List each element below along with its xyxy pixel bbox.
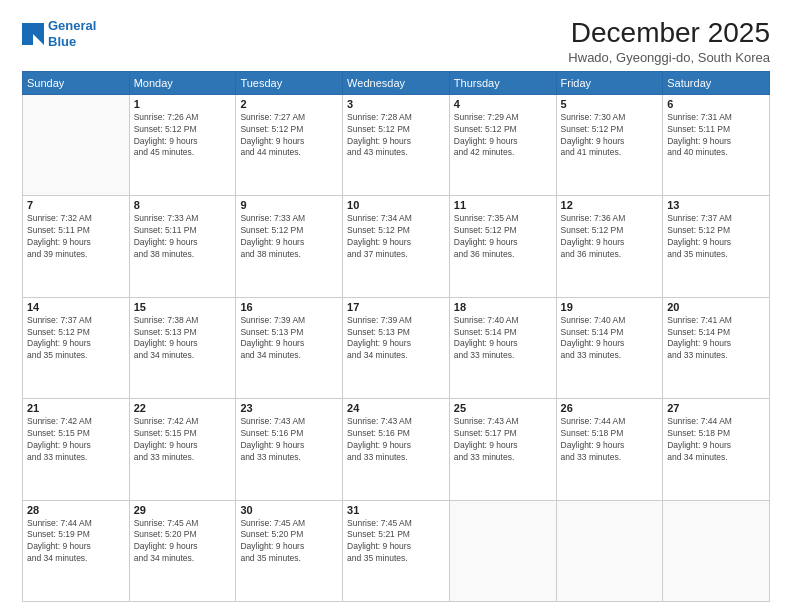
col-tuesday: Tuesday (236, 71, 343, 94)
calendar-cell: 18Sunrise: 7:40 AM Sunset: 5:14 PM Dayli… (449, 297, 556, 398)
day-number: 6 (667, 98, 765, 110)
day-number: 8 (134, 199, 232, 211)
calendar: Sunday Monday Tuesday Wednesday Thursday… (22, 71, 770, 602)
col-thursday: Thursday (449, 71, 556, 94)
logo-general: General (48, 18, 96, 33)
day-number: 18 (454, 301, 552, 313)
day-number: 9 (240, 199, 338, 211)
calendar-cell: 26Sunrise: 7:44 AM Sunset: 5:18 PM Dayli… (556, 399, 663, 500)
day-number: 17 (347, 301, 445, 313)
logo-blue: Blue (48, 34, 76, 49)
day-info: Sunrise: 7:45 AM Sunset: 5:20 PM Dayligh… (134, 518, 232, 566)
day-info: Sunrise: 7:41 AM Sunset: 5:14 PM Dayligh… (667, 315, 765, 363)
calendar-cell: 16Sunrise: 7:39 AM Sunset: 5:13 PM Dayli… (236, 297, 343, 398)
day-info: Sunrise: 7:39 AM Sunset: 5:13 PM Dayligh… (240, 315, 338, 363)
day-number: 12 (561, 199, 659, 211)
day-number: 26 (561, 402, 659, 414)
calendar-week-4: 28Sunrise: 7:44 AM Sunset: 5:19 PM Dayli… (23, 500, 770, 601)
day-number: 25 (454, 402, 552, 414)
day-info: Sunrise: 7:27 AM Sunset: 5:12 PM Dayligh… (240, 112, 338, 160)
day-info: Sunrise: 7:43 AM Sunset: 5:17 PM Dayligh… (454, 416, 552, 464)
page: General Blue December 2025 Hwado, Gyeong… (0, 0, 792, 612)
calendar-cell: 1Sunrise: 7:26 AM Sunset: 5:12 PM Daylig… (129, 94, 236, 195)
calendar-cell: 28Sunrise: 7:44 AM Sunset: 5:19 PM Dayli… (23, 500, 130, 601)
day-info: Sunrise: 7:33 AM Sunset: 5:11 PM Dayligh… (134, 213, 232, 261)
day-info: Sunrise: 7:34 AM Sunset: 5:12 PM Dayligh… (347, 213, 445, 261)
day-info: Sunrise: 7:29 AM Sunset: 5:12 PM Dayligh… (454, 112, 552, 160)
day-number: 31 (347, 504, 445, 516)
calendar-cell: 3Sunrise: 7:28 AM Sunset: 5:12 PM Daylig… (343, 94, 450, 195)
subtitle: Hwado, Gyeonggi-do, South Korea (568, 50, 770, 65)
calendar-cell: 25Sunrise: 7:43 AM Sunset: 5:17 PM Dayli… (449, 399, 556, 500)
col-sunday: Sunday (23, 71, 130, 94)
calendar-cell (449, 500, 556, 601)
day-number: 11 (454, 199, 552, 211)
day-info: Sunrise: 7:45 AM Sunset: 5:20 PM Dayligh… (240, 518, 338, 566)
col-friday: Friday (556, 71, 663, 94)
calendar-cell: 23Sunrise: 7:43 AM Sunset: 5:16 PM Dayli… (236, 399, 343, 500)
day-number: 13 (667, 199, 765, 211)
logo-text: General Blue (48, 18, 96, 49)
col-saturday: Saturday (663, 71, 770, 94)
day-number: 7 (27, 199, 125, 211)
calendar-week-3: 21Sunrise: 7:42 AM Sunset: 5:15 PM Dayli… (23, 399, 770, 500)
calendar-week-0: 1Sunrise: 7:26 AM Sunset: 5:12 PM Daylig… (23, 94, 770, 195)
day-info: Sunrise: 7:35 AM Sunset: 5:12 PM Dayligh… (454, 213, 552, 261)
day-number: 14 (27, 301, 125, 313)
calendar-week-1: 7Sunrise: 7:32 AM Sunset: 5:11 PM Daylig… (23, 196, 770, 297)
day-info: Sunrise: 7:42 AM Sunset: 5:15 PM Dayligh… (134, 416, 232, 464)
day-info: Sunrise: 7:40 AM Sunset: 5:14 PM Dayligh… (454, 315, 552, 363)
title-block: December 2025 Hwado, Gyeonggi-do, South … (568, 18, 770, 65)
calendar-cell: 12Sunrise: 7:36 AM Sunset: 5:12 PM Dayli… (556, 196, 663, 297)
logo: General Blue (22, 18, 96, 49)
calendar-cell: 29Sunrise: 7:45 AM Sunset: 5:20 PM Dayli… (129, 500, 236, 601)
day-number: 10 (347, 199, 445, 211)
calendar-cell: 11Sunrise: 7:35 AM Sunset: 5:12 PM Dayli… (449, 196, 556, 297)
day-info: Sunrise: 7:33 AM Sunset: 5:12 PM Dayligh… (240, 213, 338, 261)
calendar-cell: 2Sunrise: 7:27 AM Sunset: 5:12 PM Daylig… (236, 94, 343, 195)
calendar-week-2: 14Sunrise: 7:37 AM Sunset: 5:12 PM Dayli… (23, 297, 770, 398)
day-number: 29 (134, 504, 232, 516)
calendar-cell: 17Sunrise: 7:39 AM Sunset: 5:13 PM Dayli… (343, 297, 450, 398)
header: General Blue December 2025 Hwado, Gyeong… (22, 18, 770, 65)
day-info: Sunrise: 7:32 AM Sunset: 5:11 PM Dayligh… (27, 213, 125, 261)
calendar-cell: 4Sunrise: 7:29 AM Sunset: 5:12 PM Daylig… (449, 94, 556, 195)
day-number: 1 (134, 98, 232, 110)
calendar-cell: 31Sunrise: 7:45 AM Sunset: 5:21 PM Dayli… (343, 500, 450, 601)
calendar-cell: 22Sunrise: 7:42 AM Sunset: 5:15 PM Dayli… (129, 399, 236, 500)
day-info: Sunrise: 7:30 AM Sunset: 5:12 PM Dayligh… (561, 112, 659, 160)
calendar-cell: 5Sunrise: 7:30 AM Sunset: 5:12 PM Daylig… (556, 94, 663, 195)
day-info: Sunrise: 7:42 AM Sunset: 5:15 PM Dayligh… (27, 416, 125, 464)
col-monday: Monday (129, 71, 236, 94)
day-info: Sunrise: 7:43 AM Sunset: 5:16 PM Dayligh… (240, 416, 338, 464)
day-info: Sunrise: 7:37 AM Sunset: 5:12 PM Dayligh… (667, 213, 765, 261)
calendar-cell: 7Sunrise: 7:32 AM Sunset: 5:11 PM Daylig… (23, 196, 130, 297)
day-number: 5 (561, 98, 659, 110)
day-info: Sunrise: 7:39 AM Sunset: 5:13 PM Dayligh… (347, 315, 445, 363)
day-info: Sunrise: 7:37 AM Sunset: 5:12 PM Dayligh… (27, 315, 125, 363)
day-number: 19 (561, 301, 659, 313)
day-number: 2 (240, 98, 338, 110)
calendar-cell: 21Sunrise: 7:42 AM Sunset: 5:15 PM Dayli… (23, 399, 130, 500)
calendar-cell: 27Sunrise: 7:44 AM Sunset: 5:18 PM Dayli… (663, 399, 770, 500)
day-info: Sunrise: 7:28 AM Sunset: 5:12 PM Dayligh… (347, 112, 445, 160)
day-number: 24 (347, 402, 445, 414)
svg-rect-1 (33, 23, 44, 34)
day-number: 3 (347, 98, 445, 110)
calendar-cell: 9Sunrise: 7:33 AM Sunset: 5:12 PM Daylig… (236, 196, 343, 297)
day-number: 15 (134, 301, 232, 313)
svg-rect-2 (22, 34, 33, 45)
day-info: Sunrise: 7:40 AM Sunset: 5:14 PM Dayligh… (561, 315, 659, 363)
svg-rect-0 (22, 23, 33, 34)
calendar-cell (23, 94, 130, 195)
calendar-cell: 14Sunrise: 7:37 AM Sunset: 5:12 PM Dayli… (23, 297, 130, 398)
day-info: Sunrise: 7:44 AM Sunset: 5:18 PM Dayligh… (561, 416, 659, 464)
day-number: 30 (240, 504, 338, 516)
day-number: 16 (240, 301, 338, 313)
calendar-cell: 30Sunrise: 7:45 AM Sunset: 5:20 PM Dayli… (236, 500, 343, 601)
calendar-cell: 24Sunrise: 7:43 AM Sunset: 5:16 PM Dayli… (343, 399, 450, 500)
calendar-cell: 13Sunrise: 7:37 AM Sunset: 5:12 PM Dayli… (663, 196, 770, 297)
day-info: Sunrise: 7:36 AM Sunset: 5:12 PM Dayligh… (561, 213, 659, 261)
day-info: Sunrise: 7:43 AM Sunset: 5:16 PM Dayligh… (347, 416, 445, 464)
calendar-cell: 10Sunrise: 7:34 AM Sunset: 5:12 PM Dayli… (343, 196, 450, 297)
